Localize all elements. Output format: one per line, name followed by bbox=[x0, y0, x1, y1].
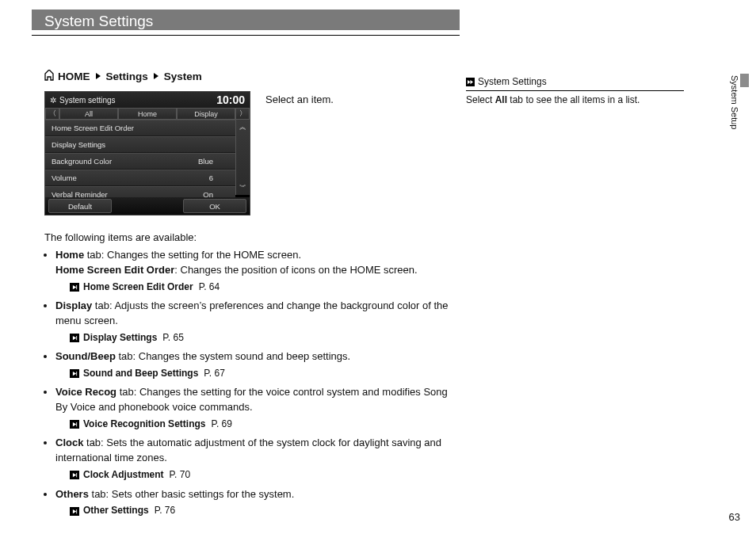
section-tab-label: System Setup bbox=[730, 75, 739, 129]
tab-left-arrow[interactable]: 〈 bbox=[45, 108, 59, 120]
title-underline bbox=[32, 35, 460, 37]
breadcrumb-root: HOME bbox=[58, 71, 90, 82]
chevron-right-icon bbox=[94, 71, 102, 82]
screenshot-tab[interactable]: Display bbox=[177, 108, 235, 120]
xref-sound-beep-settings: Sound and Beep Settings P. 67 bbox=[70, 367, 456, 380]
page-title: System Settings bbox=[44, 13, 153, 29]
list-item[interactable]: Background ColorBlue bbox=[45, 153, 235, 170]
sidebar-note-header: System Settings bbox=[466, 75, 684, 91]
select-instruction: Select an item. bbox=[265, 93, 334, 105]
device-screenshot: ✲ System settings 10:00 〈 All Home Displ… bbox=[44, 91, 250, 216]
tab-right-arrow[interactable]: 〉 bbox=[235, 108, 250, 120]
xref-icon bbox=[70, 334, 79, 342]
sidebar-note: System Settings Select All tab to see th… bbox=[466, 75, 684, 108]
scrollbar[interactable]: ︽ ︾ bbox=[235, 120, 250, 195]
screenshot-tab[interactable]: Home bbox=[118, 108, 177, 120]
breadcrumb: HOME Settings System bbox=[44, 70, 456, 83]
xref-other-settings: Other Settings P. 76 bbox=[70, 504, 456, 517]
chevron-right-icon bbox=[152, 71, 160, 82]
item-clock: Clock tab: Sets the automatic adjustment… bbox=[55, 436, 456, 482]
list-item[interactable]: Home Screen Edit Order bbox=[45, 120, 235, 136]
note-icon bbox=[466, 78, 475, 86]
gear-icon: ✲ bbox=[50, 96, 56, 105]
xref-icon bbox=[70, 507, 79, 516]
intro-text: The following items are available: bbox=[44, 231, 456, 243]
xref-display-settings: Display Settings P. 65 bbox=[70, 331, 456, 345]
list-item[interactable]: Display Settings bbox=[45, 136, 235, 153]
screenshot-tab[interactable]: All bbox=[59, 108, 118, 120]
page-number: 63 bbox=[729, 511, 740, 523]
screenshot-tabs: 〈 All Home Display 〉 bbox=[45, 108, 250, 120]
xref-icon bbox=[70, 283, 79, 292]
scroll-up-icon[interactable]: ︽ bbox=[239, 122, 246, 132]
item-others: Others tab: Sets other basic settings fo… bbox=[55, 487, 456, 518]
screenshot-clock: 10:00 bbox=[216, 93, 245, 106]
item-list: Home tab: Changes the setting for the HO… bbox=[44, 248, 456, 518]
xref-icon bbox=[70, 471, 79, 479]
sidebar-note-body: Select All tab to see the all items in a… bbox=[466, 93, 684, 107]
xref-voice-recognition-settings: Voice Recognition Settings P. 69 bbox=[70, 418, 456, 431]
item-display: Display tab: Adjusts the screen’s prefer… bbox=[55, 299, 456, 345]
breadcrumb-mid: Settings bbox=[106, 71, 148, 82]
sidebar-note-title: System Settings bbox=[478, 75, 547, 89]
item-voice-recog: Voice Recog tab: Changes the setting for… bbox=[55, 385, 456, 431]
list-item[interactable]: Volume6 bbox=[45, 170, 235, 186]
item-sound-beep: Sound/Beep tab: Changes the system sound… bbox=[55, 349, 456, 380]
xref-clock-adjustment: Clock Adjustment P. 70 bbox=[70, 468, 456, 482]
page-title-bar: System Settings bbox=[32, 10, 460, 30]
xref-icon bbox=[70, 420, 79, 429]
item-home: Home tab: Changes the setting for the HO… bbox=[55, 248, 456, 294]
screenshot-list: Home Screen Edit Order Display Settings … bbox=[45, 120, 235, 195]
scroll-down-icon[interactable]: ︾ bbox=[239, 182, 246, 193]
xref-icon bbox=[70, 369, 79, 378]
default-button[interactable]: Default bbox=[48, 199, 112, 213]
section-tab: System Setup bbox=[727, 75, 742, 147]
xref-home-screen-edit-order: Home Screen Edit Order P. 64 bbox=[70, 280, 456, 294]
screenshot-header: ✲ System settings 10:00 bbox=[45, 92, 250, 108]
ok-button[interactable]: OK bbox=[183, 199, 246, 213]
screenshot-title: System settings bbox=[59, 96, 216, 105]
screenshot-footer: Default OK bbox=[45, 197, 250, 215]
breadcrumb-leaf: System bbox=[164, 71, 202, 82]
home-icon bbox=[44, 70, 54, 83]
